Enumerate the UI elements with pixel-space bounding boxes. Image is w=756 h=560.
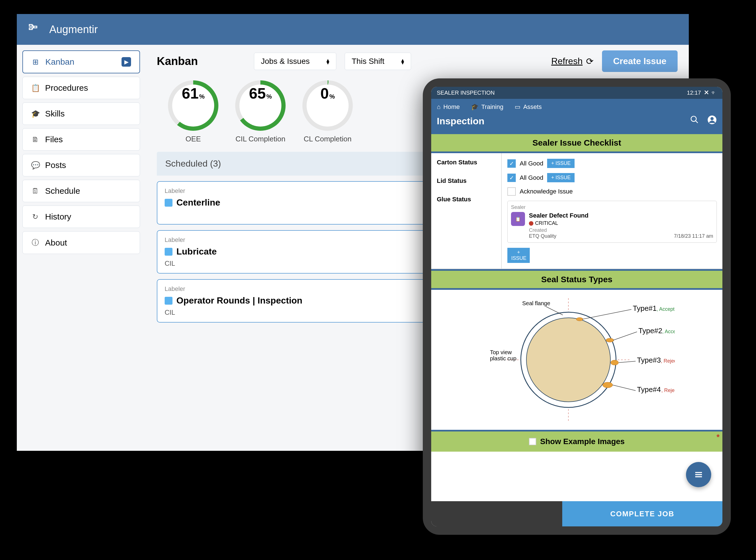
- sidebar: ⊞ Kanban ▶ 📋 Procedures 🎓 Skills 🗎 Files…: [17, 45, 145, 451]
- issue-time: 7/18/23 11:17 am: [674, 233, 713, 239]
- issue-severity: CRITICAL: [535, 220, 558, 226]
- svg-point-10: [576, 318, 583, 321]
- metric-value: 65: [249, 84, 266, 102]
- sidebar-item-label: History: [45, 212, 71, 221]
- row-label: Glue Status: [437, 196, 496, 203]
- refresh-icon: ⟳: [586, 56, 594, 67]
- svg-rect-2: [34, 26, 37, 28]
- sidebar-item-about[interactable]: ⓘ About: [22, 231, 140, 254]
- filter-jobs-select[interactable]: Jobs & Issues ▴▾: [254, 53, 336, 70]
- svg-text:, Accept: , Accept: [657, 306, 675, 312]
- sidebar-item-history[interactable]: ↻ History: [22, 205, 140, 228]
- chevron-updown-icon: ▴▾: [326, 59, 329, 64]
- checkbox[interactable]: ✓: [508, 174, 516, 182]
- row-text: Acknowledge Issue: [520, 188, 573, 195]
- svg-point-3: [691, 116, 696, 121]
- show-examples-label: Show Example Images: [540, 437, 625, 446]
- file-icon: 🗎: [31, 135, 39, 144]
- statusbar-time: 12:17 ✕ ᯤ: [687, 89, 717, 96]
- percent-sign: %: [199, 93, 205, 100]
- home-icon: ⌂: [437, 103, 440, 111]
- svg-point-11: [606, 338, 614, 342]
- chat-icon: 💬: [31, 161, 39, 170]
- add-issue-button[interactable]: + ISSUE: [547, 173, 575, 182]
- svg-rect-1: [29, 28, 33, 29]
- user-icon[interactable]: [707, 115, 717, 127]
- nav-assets[interactable]: ▭Assets: [515, 103, 542, 111]
- svg-point-13: [602, 382, 613, 388]
- app-name: Augmentir: [49, 23, 98, 36]
- issue-title: Sealer Defect Found: [529, 212, 713, 219]
- add-issue-button[interactable]: + ISSUE: [508, 248, 530, 263]
- nav-home[interactable]: ⌂Home: [437, 103, 460, 111]
- statusbar-title: SEALER INSPECTION: [437, 89, 495, 96]
- add-issue-button[interactable]: + ISSUE: [547, 159, 575, 168]
- svg-point-9: [526, 318, 611, 402]
- tablet-device: SEALER INSPECTION 12:17 ✕ ᯤ ⌂Home 🎓Train…: [423, 78, 731, 535]
- svg-text:Type#3: Type#3: [637, 356, 661, 364]
- created-label: Created: [529, 227, 713, 233]
- kanban-icon: ⊞: [32, 58, 40, 66]
- status-dot-icon: [529, 221, 533, 226]
- fab-menu-button[interactable]: [686, 462, 711, 487]
- sidebar-item-label: Kanban: [45, 57, 74, 67]
- app-header: Augmentir: [17, 14, 689, 45]
- required-asterisk: *: [717, 433, 720, 442]
- checkbox[interactable]: ✓: [508, 159, 516, 168]
- show-examples-row[interactable]: Show Example Images *: [431, 430, 722, 452]
- row-text: All Good: [520, 174, 543, 181]
- card-title: Centerline: [176, 197, 220, 208]
- card-sub: CIL: [165, 260, 175, 267]
- issue-source: ETQ Quality: [529, 233, 556, 239]
- refresh-button[interactable]: Refresh ⟳: [551, 56, 594, 67]
- refresh-label: Refresh: [551, 56, 583, 66]
- metric-value: 0: [320, 84, 329, 102]
- seal-types-header: Seal Status Types: [431, 269, 722, 290]
- nav-training[interactable]: 🎓Training: [471, 103, 503, 111]
- seal-svg: Seal flange Top view plastic cup Type#1,…: [479, 298, 675, 421]
- metric-cil: 65% CIL Completion: [235, 80, 285, 143]
- metric-oee: 61% OEE: [168, 80, 218, 143]
- card-title: Lubricate: [176, 246, 217, 257]
- svg-text:Type#1: Type#1: [633, 304, 657, 313]
- sidebar-item-procedures[interactable]: 📋 Procedures: [22, 77, 140, 99]
- checkbox[interactable]: [529, 438, 536, 445]
- tablet-title-row: Inspection: [431, 115, 722, 133]
- row-label: Lid Status: [437, 177, 496, 184]
- card-title: Operator Rounds | Inspection: [176, 295, 302, 306]
- graduation-icon: 🎓: [471, 103, 479, 111]
- sidebar-item-kanban[interactable]: ⊞ Kanban ▶: [22, 51, 140, 73]
- checklist-row: ✓ All Good + ISSUE: [508, 173, 717, 182]
- sidebar-item-schedule[interactable]: 🗓 Schedule: [22, 180, 140, 202]
- sidebar-item-label: Posts: [45, 160, 66, 170]
- create-issue-button[interactable]: Create Issue: [602, 51, 678, 72]
- sidebar-item-files[interactable]: 🗎 Files: [22, 128, 140, 151]
- complete-job-button[interactable]: COMPLETE JOB: [562, 501, 722, 526]
- filter-shift-select[interactable]: This Shift ▴▾: [345, 53, 411, 70]
- topview-label: Top view: [490, 349, 512, 355]
- issue-card[interactable]: Sealer 📋 Sealer Defect Found CRITICAL Cr…: [508, 201, 717, 243]
- ring-gauge: 0%: [302, 80, 353, 131]
- tablet-screen: SEALER INSPECTION 12:17 ✕ ᯤ ⌂Home 🎓Train…: [431, 87, 722, 526]
- sidebar-item-label: Schedule: [45, 186, 80, 196]
- ring-gauge: 65%: [235, 80, 285, 131]
- checklist-header: Sealer Issue Checklist: [431, 133, 722, 153]
- info-icon: ⓘ: [31, 238, 39, 247]
- page-title: Kanban: [157, 55, 198, 67]
- svg-point-12: [611, 360, 618, 365]
- sidebar-item-skills[interactable]: 🎓 Skills: [22, 102, 140, 125]
- percent-sign: %: [329, 93, 335, 100]
- checkbox[interactable]: [508, 187, 516, 196]
- svg-text:plastic cup: plastic cup: [490, 355, 517, 361]
- flange-label: Seal flange: [522, 300, 550, 306]
- search-icon[interactable]: [690, 115, 699, 127]
- clipboard-icon: 📋: [511, 212, 525, 226]
- calendar-icon: 🗓: [31, 187, 39, 196]
- svg-text:, Accept: , Accept: [662, 329, 675, 334]
- clipboard-icon: [165, 248, 173, 256]
- sidebar-item-posts[interactable]: 💬 Posts: [22, 154, 140, 176]
- nav-label: Training: [481, 103, 503, 111]
- sidebar-item-label: Procedures: [45, 83, 88, 93]
- svg-text:Type#2: Type#2: [638, 326, 662, 335]
- clipboard-icon: [165, 199, 173, 207]
